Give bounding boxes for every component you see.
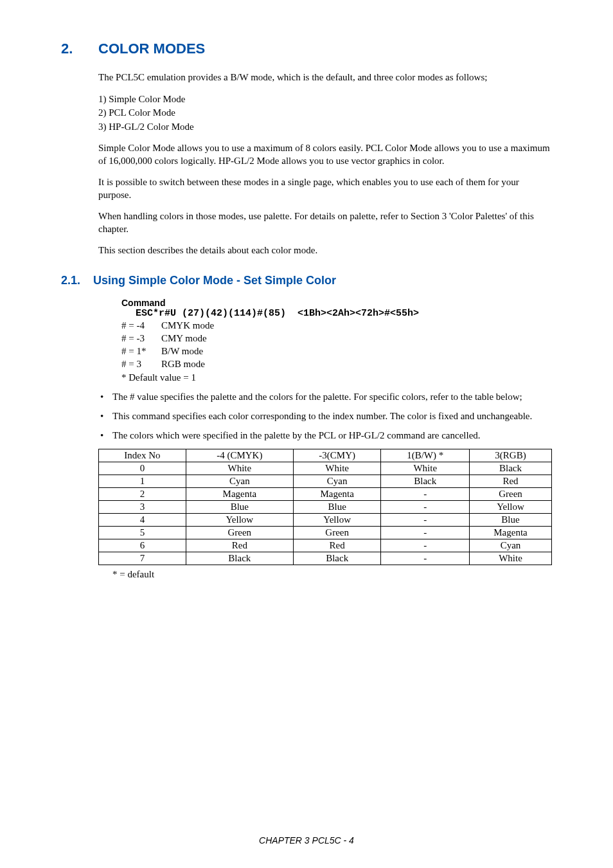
body-paragraph: When handling colors in those modes, use… — [98, 210, 552, 235]
param-key: # = 3 — [121, 357, 161, 370]
heading-1-number: 2. — [61, 41, 98, 57]
table-cell: White — [470, 552, 552, 565]
command-code: ESC*r#U (27)(42)(114)#(85) <1Bh><2Ah><72… — [136, 308, 552, 319]
table-cell: Black — [381, 475, 470, 487]
table-cell: White — [186, 462, 293, 475]
body-paragraph: This section describes the details about… — [98, 244, 552, 257]
table-row: 4YellowYellow-Blue — [99, 513, 552, 526]
body-paragraph: Simple Color Mode allows you to use a ma… — [98, 142, 552, 167]
command-param: # = 1*B/W mode — [121, 345, 552, 357]
table-row: 0WhiteWhiteWhiteBlack — [99, 462, 552, 475]
table-cell: Black — [293, 552, 381, 565]
table-cell: - — [381, 513, 470, 526]
heading-2: 2.1.Using Simple Color Mode - Set Simple… — [61, 274, 552, 287]
table-cell: Green — [186, 526, 293, 539]
heading-2-title: Using Simple Color Mode - Set Simple Col… — [93, 274, 336, 287]
table-cell: Magenta — [470, 526, 552, 539]
intro-paragraph: The PCL5C emulation provides a B/W mode,… — [98, 71, 552, 84]
table-cell: 2 — [99, 487, 186, 500]
table-cell: Cyan — [186, 475, 293, 487]
table-cell: Cyan — [470, 539, 552, 552]
table-cell: 1 — [99, 475, 186, 487]
table-cell: 7 — [99, 552, 186, 565]
table-cell: Black — [186, 552, 293, 565]
body-paragraph: It is possible to switch between these m… — [98, 176, 552, 201]
param-key: # = -4 — [121, 319, 161, 332]
table-cell: Blue — [470, 513, 552, 526]
command-default: * Default value = 1 — [121, 371, 552, 384]
mode-list-item: 3) HP-GL/2 Color Mode — [98, 121, 552, 134]
bullet-item: The # value specifies the palette and th… — [98, 390, 552, 403]
table-cell: Blue — [186, 500, 293, 513]
table-cell: Magenta — [186, 487, 293, 500]
table-cell: Yellow — [293, 513, 381, 526]
bullet-item: The colors which were specified in the p… — [98, 429, 552, 442]
table-cell: Yellow — [470, 500, 552, 513]
table-cell: - — [381, 526, 470, 539]
mode-list-item: 2) PCL Color Mode — [98, 107, 552, 120]
table-footnote: * = default — [112, 569, 552, 580]
table-header-row: Index No -4 (CMYK) -3(CMY) 1(B/W) * 3(RG… — [99, 449, 552, 462]
table-cell: White — [381, 462, 470, 475]
table-cell: Red — [293, 539, 381, 552]
table-cell: White — [293, 462, 381, 475]
table-cell: Green — [470, 487, 552, 500]
table-header-cell: Index No — [99, 449, 186, 462]
param-key: # = 1* — [121, 345, 161, 357]
table-cell: Yellow — [186, 513, 293, 526]
table-cell: 0 — [99, 462, 186, 475]
mode-list-item: 1) Simple Color Mode — [98, 93, 552, 106]
table-row: 6RedRed-Cyan — [99, 539, 552, 552]
table-header-cell: 1(B/W) * — [381, 449, 470, 462]
table-header-cell: -3(CMY) — [293, 449, 381, 462]
mode-list: 1) Simple Color Mode 2) PCL Color Mode 3… — [98, 93, 552, 134]
table-cell: 5 — [99, 526, 186, 539]
command-heading: Command — [121, 298, 552, 308]
bullet-item: This command specifies each color corres… — [98, 410, 552, 422]
table-cell: Green — [293, 526, 381, 539]
page-footer: CHAPTER 3 PCL5C - 4 — [0, 835, 613, 845]
table-cell: Black — [470, 462, 552, 475]
command-param: # = 3RGB mode — [121, 357, 552, 370]
table-cell: Blue — [293, 500, 381, 513]
table-cell: - — [381, 552, 470, 565]
table-cell: Magenta — [293, 487, 381, 500]
table-row: 5GreenGreen-Magenta — [99, 526, 552, 539]
param-value: CMY mode — [161, 333, 207, 343]
heading-2-number: 2.1. — [61, 274, 93, 287]
param-value: CMYK mode — [161, 320, 214, 330]
table-cell: - — [381, 500, 470, 513]
command-param: # = -3CMY mode — [121, 332, 552, 345]
param-key: # = -3 — [121, 332, 161, 345]
heading-1: 2.COLOR MODES — [61, 41, 552, 57]
table-cell: Red — [186, 539, 293, 552]
table-cell: 6 — [99, 539, 186, 552]
table-row: 2MagentaMagenta-Green — [99, 487, 552, 500]
table-header-cell: -4 (CMYK) — [186, 449, 293, 462]
table-cell: 3 — [99, 500, 186, 513]
table-row: 1CyanCyanBlackRed — [99, 475, 552, 487]
table-cell: Red — [470, 475, 552, 487]
param-value: RGB mode — [161, 359, 205, 369]
bullet-list: The # value specifies the palette and th… — [98, 390, 552, 442]
table-cell: - — [381, 539, 470, 552]
heading-1-title: COLOR MODES — [98, 41, 205, 57]
table-cell: - — [381, 487, 470, 500]
command-param: # = -4CMYK mode — [121, 319, 552, 332]
param-value: B/W mode — [161, 346, 203, 356]
table-cell: 4 — [99, 513, 186, 526]
table-cell: Cyan — [293, 475, 381, 487]
table-row: 7BlackBlack-White — [99, 552, 552, 565]
table-row: 3BlueBlue-Yellow — [99, 500, 552, 513]
color-table: Index No -4 (CMYK) -3(CMY) 1(B/W) * 3(RG… — [98, 449, 552, 565]
table-header-cell: 3(RGB) — [470, 449, 552, 462]
